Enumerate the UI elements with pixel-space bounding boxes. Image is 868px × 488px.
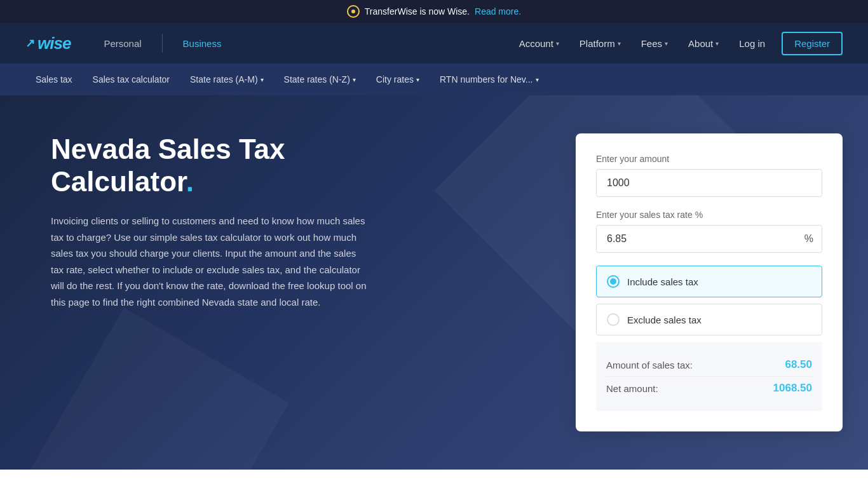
amount-input-wrap [596,169,822,197]
exclude-label: Exclude sales tax [627,315,702,325]
nav-account[interactable]: Account ▾ [510,33,568,54]
nav-personal[interactable]: Personal [96,33,149,54]
nav-fees[interactable]: Fees ▾ [632,33,677,54]
sec-nav-calculator[interactable]: Sales tax calculator [83,64,180,95]
chevron-down-icon: ▾ [536,76,539,83]
sec-nav-city-rates[interactable]: City rates ▾ [366,64,430,95]
rate-input[interactable] [596,225,822,253]
sec-nav-state-rates-nz[interactable]: State rates (N-Z) ▾ [274,64,366,95]
include-radio-button[interactable] [607,275,620,288]
hero-description: Invoicing clients or selling to customer… [51,213,369,310]
nav-left-links: Personal Business [96,33,229,54]
sec-nav-sales-tax[interactable]: Sales tax [25,64,83,95]
announcement-banner: TransferWise is now Wise. Read more. [0,0,868,23]
sec-nav-state-rates-am[interactable]: State rates (A-M) ▾ [180,64,274,95]
nav-right-links: Account ▾ Platform ▾ Fees ▾ About ▾ Log … [510,32,843,55]
page-title: Nevada Sales Tax Calculator. [51,133,407,198]
logo-wordmark: wise [37,34,71,53]
rate-label: Enter your sales tax rate % [596,210,822,220]
net-result-row: Net amount: 1068.50 [606,377,812,400]
banner-text: TransferWise is now Wise. [365,6,470,17]
chevron-down-icon: ▾ [416,76,419,83]
exclude-sales-tax-option[interactable]: Exclude sales tax [596,304,822,336]
chevron-down-icon: ▾ [618,40,621,47]
include-label: Include sales tax [627,276,698,287]
chevron-down-icon: ▾ [353,76,356,83]
amount-input[interactable] [596,169,822,197]
amount-label: Enter your amount [596,154,822,164]
wise-logo[interactable]: ↗ wise [25,34,71,53]
hero-content: Nevada Sales Tax Calculator. Invoicing c… [51,133,407,310]
bottom-section: Save with Wise when invoicing clients [0,470,868,488]
chevron-down-icon: ▾ [556,40,559,47]
tax-result-row: Amount of sales tax: 68.50 [606,353,812,377]
percent-symbol: % [804,233,813,245]
info-circle-icon [347,5,360,18]
logo-arrow-icon: ↗ [25,36,35,50]
calculator-results: Amount of sales tax: 68.50 Net amount: 1… [596,342,822,411]
chevron-down-icon: ▾ [261,76,264,83]
chevron-down-icon: ▾ [665,40,668,47]
net-result-label: Net amount: [606,383,658,394]
nav-about[interactable]: About ▾ [679,33,728,54]
secondary-navigation: Sales tax Sales tax calculator State rat… [0,64,868,95]
sec-nav-rtn[interactable]: RTN numbers for Nev... ▾ [430,64,549,95]
hero-section: Nevada Sales Tax Calculator. Invoicing c… [0,95,868,470]
nav-divider [162,34,163,53]
exclude-radio-button[interactable] [607,313,620,326]
net-result-value: 1068.50 [773,382,812,395]
tax-result-label: Amount of sales tax: [606,360,693,370]
chevron-down-icon: ▾ [715,40,719,47]
tax-result-value: 68.50 [785,358,812,371]
nav-platform[interactable]: Platform ▾ [571,33,630,54]
nav-business[interactable]: Business [175,33,229,54]
banner-link[interactable]: Read more. [475,6,521,17]
calculator-card: Enter your amount Enter your sales tax r… [576,133,843,431]
login-link[interactable]: Log in [730,33,774,54]
title-dot: . [186,166,194,197]
rate-input-wrap: % [596,225,822,253]
register-button[interactable]: Register [782,32,843,55]
include-sales-tax-option[interactable]: Include sales tax [596,266,822,297]
main-navigation: ↗ wise Personal Business Account ▾ Platf… [0,23,868,64]
